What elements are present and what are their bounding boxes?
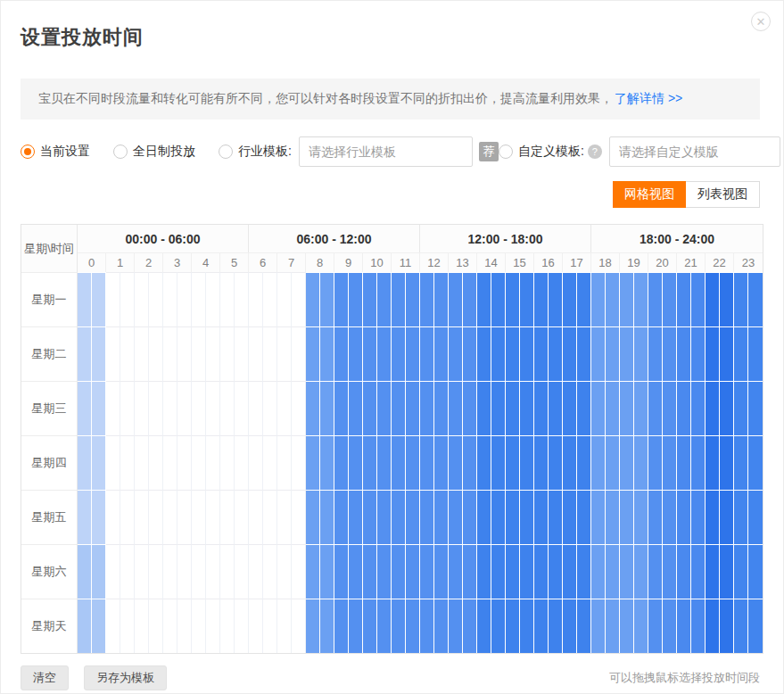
- schedule-cell[interactable]: [92, 435, 106, 490]
- schedule-cell[interactable]: [491, 544, 506, 599]
- schedule-cell[interactable]: [506, 490, 520, 544]
- schedule-cell[interactable]: [648, 490, 663, 544]
- schedule-cell[interactable]: [320, 326, 334, 381]
- schedule-cell[interactable]: [149, 544, 163, 599]
- schedule-cell[interactable]: [563, 599, 577, 653]
- schedule-cell[interactable]: [577, 435, 591, 490]
- schedule-cell[interactable]: [349, 272, 363, 326]
- schedule-cell[interactable]: [663, 326, 677, 381]
- schedule-cell[interactable]: [606, 272, 620, 326]
- schedule-cell[interactable]: [120, 326, 135, 381]
- schedule-cell[interactable]: [591, 435, 606, 490]
- schedule-cell[interactable]: [677, 490, 691, 544]
- schedule-cell[interactable]: [406, 326, 420, 381]
- schedule-cell[interactable]: [520, 326, 534, 381]
- schedule-cell[interactable]: [634, 490, 648, 544]
- radio-checked-icon[interactable]: [21, 145, 35, 159]
- schedule-cell[interactable]: [420, 490, 434, 544]
- schedule-cell[interactable]: [263, 544, 277, 599]
- schedule-cell[interactable]: [363, 490, 377, 544]
- close-icon[interactable]: ✕: [751, 12, 771, 31]
- schedule-cell[interactable]: [206, 544, 220, 599]
- schedule-cell[interactable]: [92, 599, 106, 653]
- clear-button[interactable]: 清空: [21, 665, 69, 690]
- schedule-cell[interactable]: [192, 599, 206, 653]
- schedule-cell[interactable]: [292, 272, 306, 326]
- schedule-cell[interactable]: [606, 381, 620, 435]
- save-as-template-button[interactable]: 另存为模板: [84, 665, 167, 690]
- schedule-cell[interactable]: [377, 272, 392, 326]
- schedule-cell[interactable]: [320, 490, 334, 544]
- schedule-cell[interactable]: [106, 599, 120, 653]
- schedule-cell[interactable]: [392, 435, 406, 490]
- schedule-cell[interactable]: [263, 272, 277, 326]
- schedule-cell[interactable]: [534, 490, 549, 544]
- schedule-cell[interactable]: [120, 272, 135, 326]
- schedule-cell[interactable]: [306, 435, 320, 490]
- schedule-cell[interactable]: [648, 381, 663, 435]
- schedule-cell[interactable]: [306, 381, 320, 435]
- schedule-cell[interactable]: [220, 435, 235, 490]
- schedule-cell[interactable]: [706, 490, 720, 544]
- schedule-cell[interactable]: [220, 544, 235, 599]
- schedule-cell[interactable]: [235, 490, 249, 544]
- schedule-cell[interactable]: [549, 435, 563, 490]
- schedule-cell[interactable]: [377, 599, 392, 653]
- schedule-cell[interactable]: [549, 490, 563, 544]
- schedule-cell[interactable]: [277, 381, 292, 435]
- schedule-cell[interactable]: [420, 435, 434, 490]
- schedule-cell[interactable]: [78, 326, 92, 381]
- schedule-cell[interactable]: [577, 490, 591, 544]
- radio-unchecked-icon[interactable]: [499, 145, 513, 159]
- schedule-cell[interactable]: [263, 435, 277, 490]
- schedule-cell[interactable]: [92, 490, 106, 544]
- schedule-cell[interactable]: [620, 490, 634, 544]
- schedule-cell[interactable]: [491, 599, 506, 653]
- schedule-cell[interactable]: [235, 326, 249, 381]
- schedule-cell[interactable]: [406, 381, 420, 435]
- schedule-cell[interactable]: [220, 272, 235, 326]
- schedule-cell[interactable]: [106, 381, 120, 435]
- schedule-cell[interactable]: [334, 435, 349, 490]
- schedule-cell[interactable]: [235, 272, 249, 326]
- schedule-cell[interactable]: [235, 599, 249, 653]
- schedule-cell[interactable]: [106, 490, 120, 544]
- schedule-cell[interactable]: [577, 326, 591, 381]
- schedule-cell[interactable]: [406, 490, 420, 544]
- schedule-cell[interactable]: [192, 544, 206, 599]
- schedule-cell[interactable]: [149, 326, 163, 381]
- schedule-cell[interactable]: [163, 381, 177, 435]
- schedule-cell[interactable]: [748, 490, 763, 544]
- schedule-cell[interactable]: [377, 435, 392, 490]
- schedule-cell[interactable]: [192, 381, 206, 435]
- schedule-cell[interactable]: [691, 381, 706, 435]
- schedule-cell[interactable]: [277, 272, 292, 326]
- schedule-cell[interactable]: [392, 272, 406, 326]
- schedule-cell[interactable]: [349, 435, 363, 490]
- schedule-cell[interactable]: [563, 435, 577, 490]
- schedule-cell[interactable]: [392, 490, 406, 544]
- schedule-cell[interactable]: [292, 435, 306, 490]
- schedule-cell[interactable]: [263, 599, 277, 653]
- schedule-cell[interactable]: [606, 544, 620, 599]
- schedule-cell[interactable]: [606, 490, 620, 544]
- schedule-cell[interactable]: [78, 381, 92, 435]
- schedule-cell[interactable]: [206, 381, 220, 435]
- schedule-cell[interactable]: [349, 599, 363, 653]
- schedule-cell[interactable]: [677, 272, 691, 326]
- schedule-cell[interactable]: [734, 272, 748, 326]
- schedule-cell[interactable]: [420, 381, 434, 435]
- schedule-cell[interactable]: [534, 381, 549, 435]
- schedule-cell[interactable]: [78, 490, 92, 544]
- schedule-cell[interactable]: [249, 435, 263, 490]
- schedule-cell[interactable]: [620, 272, 634, 326]
- schedule-cell[interactable]: [135, 490, 149, 544]
- schedule-cell[interactable]: [363, 272, 377, 326]
- schedule-cell[interactable]: [106, 326, 120, 381]
- schedule-cell[interactable]: [449, 381, 463, 435]
- schedule-cell[interactable]: [206, 490, 220, 544]
- schedule-cell[interactable]: [135, 435, 149, 490]
- schedule-cell[interactable]: [377, 326, 392, 381]
- schedule-cell[interactable]: [734, 544, 748, 599]
- schedule-cell[interactable]: [734, 435, 748, 490]
